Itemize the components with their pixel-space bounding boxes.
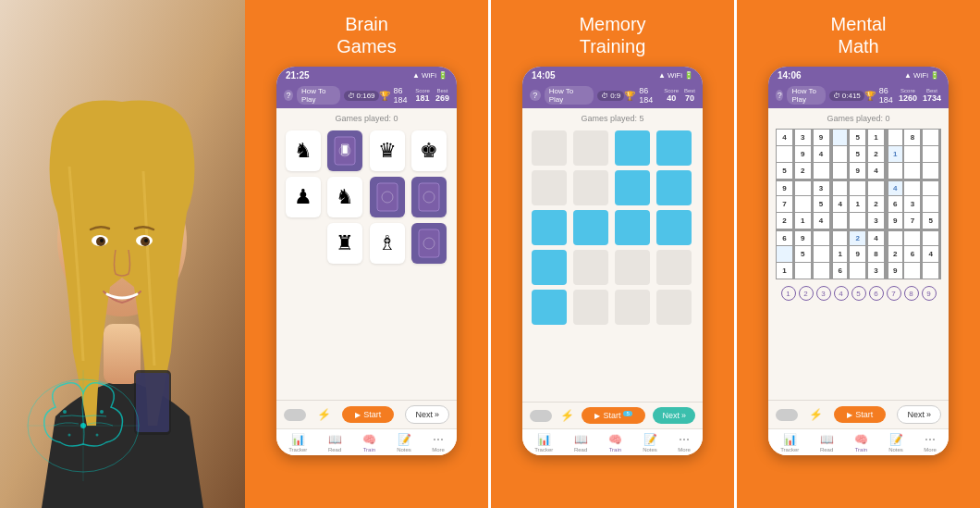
sudoku-cell[interactable]: 2	[777, 213, 792, 229]
sudoku-cell[interactable]: 5	[795, 246, 811, 262]
sudoku-cell[interactable]: 1	[831, 246, 847, 262]
sudoku-cell[interactable]	[923, 163, 938, 179]
sudoku-cell[interactable]: 4	[777, 130, 792, 145]
sudoku-cell[interactable]: 4	[814, 213, 829, 229]
sudoku-cell[interactable]	[831, 146, 847, 162]
sudoku-cell[interactable]: 3	[868, 213, 884, 229]
help-icon-1[interactable]: ?	[284, 90, 293, 101]
nav-notes-2[interactable]: 📝 Notes	[643, 433, 657, 452]
sudoku-cell[interactable]	[831, 130, 847, 145]
toggle-1[interactable]	[284, 409, 306, 421]
sudoku-cell[interactable]: 8	[904, 130, 920, 145]
sudoku-cell[interactable]	[831, 229, 847, 245]
nav-more-1[interactable]: ⋯ More	[432, 433, 445, 452]
sudoku-cell[interactable]	[795, 180, 811, 195]
sudoku-cell[interactable]: 4	[831, 196, 847, 212]
sudoku-cell[interactable]: 5	[850, 130, 865, 145]
sudoku-cell[interactable]: 2	[868, 146, 884, 162]
sudoku-cell[interactable]: 6	[904, 246, 920, 262]
sudoku-cell[interactable]	[850, 263, 865, 279]
sudoku-cell[interactable]	[777, 246, 792, 262]
sudoku-cell[interactable]	[814, 246, 829, 262]
sudoku-cell[interactable]: 4	[923, 246, 938, 262]
num-circle[interactable]: 4	[834, 286, 849, 301]
sudoku-cell[interactable]: 8	[868, 246, 884, 262]
sudoku-cell[interactable]: 4	[814, 146, 829, 162]
nav-train-3[interactable]: 🧠 Train	[854, 433, 868, 452]
sudoku-cell[interactable]: 2	[850, 229, 865, 245]
howtoplay-btn-1[interactable]: How To Play	[297, 86, 340, 105]
next-button-3[interactable]: Next »	[897, 405, 941, 424]
sudoku-cell[interactable]: 5	[777, 163, 792, 179]
num-circle[interactable]: 7	[887, 286, 901, 301]
sudoku-cell[interactable]	[904, 163, 920, 179]
sudoku-cell[interactable]	[887, 229, 902, 245]
sudoku-cell[interactable]: 9	[887, 213, 902, 229]
nav-read-1[interactable]: 📖 Read	[328, 433, 342, 452]
sudoku-cell[interactable]: 6	[887, 196, 902, 212]
num-circle[interactable]: 3	[816, 286, 831, 301]
sudoku-cell[interactable]: 1	[887, 146, 902, 162]
sudoku-cell[interactable]	[868, 180, 884, 195]
sudoku-cell[interactable]: 2	[868, 196, 884, 212]
sudoku-cell[interactable]	[831, 180, 847, 195]
toggle-2[interactable]	[530, 410, 552, 422]
start-button-1[interactable]: ▶ Start	[342, 406, 394, 423]
sudoku-cell[interactable]	[923, 130, 938, 145]
num-circle[interactable]: 5	[851, 286, 866, 301]
nav-tracker-3[interactable]: 📊 Tracker	[780, 433, 799, 452]
sudoku-cell[interactable]: 3	[814, 180, 829, 195]
sudoku-cell[interactable]	[777, 146, 792, 162]
sudoku-cell[interactable]	[923, 180, 938, 195]
sudoku-cell[interactable]	[850, 213, 865, 229]
nav-train-2[interactable]: 🧠 Train	[608, 433, 622, 452]
howtoplay-btn-3[interactable]: How To Play	[787, 86, 825, 105]
nav-tracker-1[interactable]: 📊 Tracker	[288, 433, 307, 452]
help-icon-3[interactable]: ?	[776, 90, 783, 101]
sudoku-cell[interactable]: 9	[814, 130, 829, 145]
num-circle[interactable]: 6	[869, 286, 884, 301]
sudoku-cell[interactable]: 6	[831, 263, 847, 279]
next-button-2[interactable]: Next »	[653, 407, 695, 424]
nav-read-3[interactable]: 📖 Read	[820, 433, 834, 452]
sudoku-cell[interactable]: 9	[887, 263, 902, 279]
sudoku-cell[interactable]	[923, 146, 938, 162]
sudoku-cell[interactable]: 2	[887, 246, 902, 262]
sudoku-cell[interactable]: 1	[777, 263, 792, 279]
howtoplay-btn-2[interactable]: How To Play	[545, 86, 594, 105]
num-circle[interactable]: 1	[781, 286, 796, 301]
num-circle[interactable]: 9	[922, 286, 937, 301]
sudoku-cell[interactable]: 4	[868, 163, 884, 179]
sudoku-cell[interactable]: 3	[795, 130, 811, 145]
sudoku-cell[interactable]: 5	[923, 213, 938, 229]
sudoku-cell[interactable]	[814, 163, 829, 179]
sudoku-cell[interactable]	[887, 163, 902, 179]
sudoku-cell[interactable]: 5	[814, 196, 829, 212]
sudoku-cell[interactable]	[850, 180, 865, 195]
nav-notes-1[interactable]: 📝 Notes	[397, 433, 411, 452]
sudoku-cell[interactable]: 1	[850, 196, 865, 212]
sudoku-cell[interactable]: 2	[795, 163, 811, 179]
sudoku-cell[interactable]: 3	[868, 263, 884, 279]
sudoku-cell[interactable]	[795, 263, 811, 279]
sudoku-cell[interactable]	[904, 146, 920, 162]
sudoku-cell[interactable]: 9	[795, 146, 811, 162]
sudoku-cell[interactable]: 5	[850, 146, 865, 162]
toggle-3[interactable]	[776, 409, 798, 421]
start-button-2[interactable]: ▶ Start 5	[582, 407, 644, 424]
nav-notes-3[interactable]: 📝 Notes	[888, 433, 903, 452]
help-icon-2[interactable]: ?	[530, 90, 541, 101]
nav-train-1[interactable]: 🧠 Train	[362, 433, 376, 452]
sudoku-cell[interactable]: 9	[795, 229, 811, 245]
nav-read-2[interactable]: 📖 Read	[574, 433, 588, 452]
sudoku-cell[interactable]	[795, 196, 811, 212]
sudoku-cell[interactable]: 3	[904, 196, 920, 212]
sudoku-cell[interactable]: 9	[850, 163, 865, 179]
sudoku-cell[interactable]	[904, 229, 920, 245]
num-circle[interactable]: 8	[904, 286, 919, 301]
next-button-1[interactable]: Next »	[405, 405, 449, 424]
start-button-3[interactable]: ▶ Start	[834, 406, 886, 423]
sudoku-cell[interactable]	[923, 229, 938, 245]
nav-more-2[interactable]: ⋯ More	[678, 433, 691, 452]
sudoku-cell[interactable]: 7	[904, 213, 920, 229]
